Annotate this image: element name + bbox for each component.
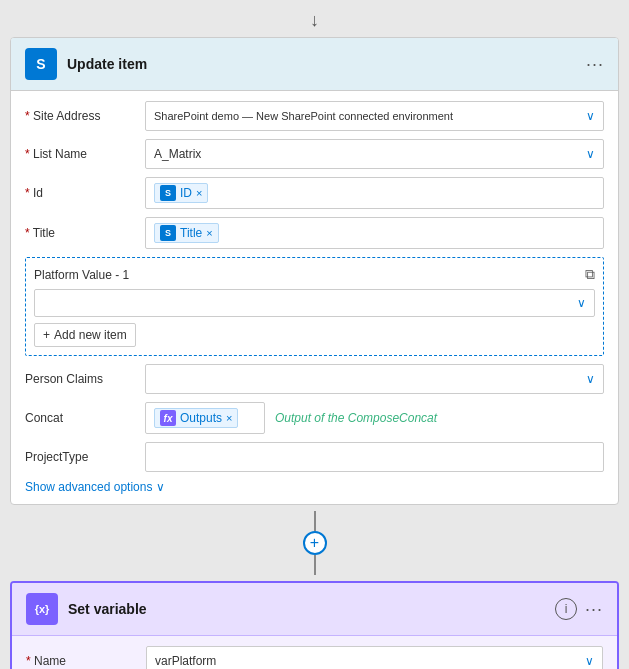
title-token-text: Title xyxy=(180,226,202,240)
add-step-button[interactable]: + xyxy=(303,531,327,555)
add-new-item-button[interactable]: + Add new item xyxy=(34,323,136,347)
person-claims-label: Person Claims xyxy=(25,372,145,386)
title-token-icon: S xyxy=(160,225,176,241)
set-variable-header: {x} Set variable i ··· xyxy=(12,583,617,636)
top-arrow: ↓ xyxy=(310,10,319,31)
title-label: * Title xyxy=(25,226,145,240)
update-item-icon: S xyxy=(25,48,57,80)
concat-token-icon: fx xyxy=(160,410,176,426)
connector-line-top xyxy=(314,511,316,531)
platform-value-section: Platform Value - 1 ⧉ ∨ + Add new item xyxy=(25,257,604,356)
platform-dropdown-arrow: ∨ xyxy=(577,296,586,310)
concat-field[interactable]: fx Outputs × xyxy=(145,402,265,434)
set-variable-menu[interactable]: ··· xyxy=(585,599,603,620)
set-variable-card: {x} Set variable i ··· * Name varPlatfor… xyxy=(10,581,619,669)
id-field[interactable]: S ID × xyxy=(145,177,604,209)
title-token-close[interactable]: × xyxy=(206,227,212,239)
concat-token-text: Outputs xyxy=(180,411,222,425)
advanced-options-label: Show advanced options xyxy=(25,480,152,494)
add-new-item-label: Add new item xyxy=(54,328,127,342)
variable-name-row: * Name varPlatform ∨ xyxy=(26,646,603,669)
list-name-label: * List Name xyxy=(25,147,145,161)
person-claims-row: Person Claims ∨ xyxy=(25,364,604,394)
person-claims-dropdown-arrow: ∨ xyxy=(586,372,595,386)
connector-line-bottom xyxy=(314,555,316,575)
concat-row: Concat fx Outputs × Output of the Compos… xyxy=(25,402,604,434)
update-item-menu[interactable]: ··· xyxy=(586,54,604,75)
update-item-body: * Site Address SharePoint demo — New Sha… xyxy=(11,91,618,504)
update-item-title: Update item xyxy=(67,56,586,72)
set-variable-info-icon[interactable]: i xyxy=(555,598,577,620)
list-name-row: * List Name A_Matrix ∨ xyxy=(25,139,604,169)
concat-token-close[interactable]: × xyxy=(226,412,232,424)
id-token-text: ID xyxy=(180,186,192,200)
variable-name-label: * Name xyxy=(26,654,146,668)
concat-token: fx Outputs × xyxy=(154,408,238,428)
id-token-icon: S xyxy=(160,185,176,201)
update-item-card: S Update item ··· * Site Address SharePo… xyxy=(10,37,619,505)
list-name-field[interactable]: A_Matrix ∨ xyxy=(145,139,604,169)
show-advanced-options[interactable]: Show advanced options ∨ xyxy=(25,480,604,494)
platform-copy-icon[interactable]: ⧉ xyxy=(585,266,595,283)
site-address-dropdown-arrow: ∨ xyxy=(586,109,595,123)
variable-name-field[interactable]: varPlatform ∨ xyxy=(146,646,603,669)
concat-annotation: Output of the ComposeConcat xyxy=(275,411,437,425)
site-address-label: * Site Address xyxy=(25,109,145,123)
set-variable-body: * Name varPlatform ∨ * Value fx null × xyxy=(12,636,617,669)
person-claims-field[interactable]: ∨ xyxy=(145,364,604,394)
site-address-row: * Site Address SharePoint demo — New Sha… xyxy=(25,101,604,131)
project-type-label: ProjectType xyxy=(25,450,145,464)
set-variable-icon: {x} xyxy=(26,593,58,625)
add-new-item-plus: + xyxy=(43,328,50,342)
title-row: * Title S Title × xyxy=(25,217,604,249)
title-token: S Title × xyxy=(154,223,219,243)
platform-dropdown[interactable]: ∨ xyxy=(34,289,595,317)
set-variable-actions: i ··· xyxy=(555,598,603,620)
title-field[interactable]: S Title × xyxy=(145,217,604,249)
id-token-close[interactable]: × xyxy=(196,187,202,199)
variable-name-dropdown-arrow: ∨ xyxy=(585,654,594,668)
site-address-field[interactable]: SharePoint demo — New SharePoint connect… xyxy=(145,101,604,131)
update-item-header: S Update item ··· xyxy=(11,38,618,91)
id-label: * Id xyxy=(25,186,145,200)
project-type-row: ProjectType xyxy=(25,442,604,472)
id-token: S ID × xyxy=(154,183,208,203)
project-type-field[interactable] xyxy=(145,442,604,472)
platform-section-label: Platform Value - 1 xyxy=(34,268,129,282)
id-row: * Id S ID × xyxy=(25,177,604,209)
set-variable-title: Set variable xyxy=(68,601,555,617)
site-address-value: SharePoint demo — New SharePoint connect… xyxy=(154,109,586,123)
platform-section-header: Platform Value - 1 ⧉ xyxy=(34,266,595,283)
variable-name-value: varPlatform xyxy=(155,654,216,668)
connector: + xyxy=(303,511,327,575)
concat-label: Concat xyxy=(25,411,145,425)
list-name-value: A_Matrix xyxy=(154,147,201,161)
list-name-dropdown-arrow: ∨ xyxy=(586,147,595,161)
advanced-options-arrow: ∨ xyxy=(156,480,165,494)
